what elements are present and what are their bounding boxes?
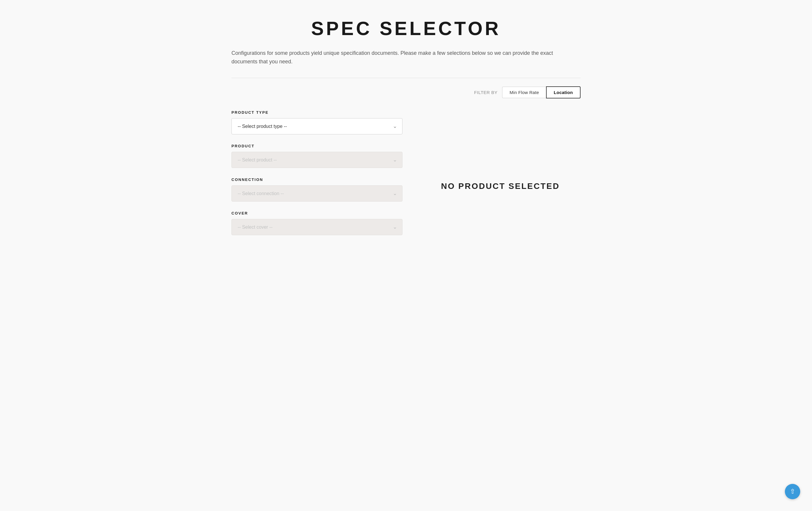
right-section: NO PRODUCT SELECTED — [420, 110, 581, 245]
filter-label: FILTER BY — [474, 90, 497, 95]
cover-wrapper: -- Select cover -- ⌄ — [231, 219, 403, 235]
page-container: SPEC SELECTOR Configurations for some pr… — [200, 0, 612, 274]
scroll-to-top-icon: ⇧ — [790, 488, 795, 495]
product-type-select[interactable]: -- Select product type -- — [231, 118, 403, 134]
product-wrapper: -- Select product -- ⌄ — [231, 152, 403, 168]
page-description: Configurations for some products yield u… — [231, 49, 556, 66]
form-section: PRODUCT TYPE -- Select product type -- ⌄… — [231, 110, 403, 245]
connection-label: CONNECTION — [231, 177, 403, 182]
scroll-to-top-button[interactable]: ⇧ — [785, 484, 800, 499]
connection-group: CONNECTION -- Select connection -- ⌄ — [231, 177, 403, 202]
cover-group: COVER -- Select cover -- ⌄ — [231, 211, 403, 235]
filter-min-flow-rate[interactable]: Min Flow Rate — [502, 87, 546, 98]
cover-select[interactable]: -- Select cover -- — [231, 219, 403, 235]
product-type-wrapper: -- Select product type -- ⌄ — [231, 118, 403, 134]
cover-label: COVER — [231, 211, 403, 215]
filter-location[interactable]: Location — [546, 86, 581, 98]
product-type-group: PRODUCT TYPE -- Select product type -- ⌄ — [231, 110, 403, 134]
filter-bar: FILTER BY Min Flow Rate Location — [231, 86, 581, 98]
connection-wrapper: -- Select connection -- ⌄ — [231, 185, 403, 202]
connection-select[interactable]: -- Select connection -- — [231, 185, 403, 202]
product-label: PRODUCT — [231, 144, 403, 148]
product-group: PRODUCT -- Select product -- ⌄ — [231, 144, 403, 168]
page-title: SPEC SELECTOR — [231, 18, 581, 39]
product-select[interactable]: -- Select product -- — [231, 152, 403, 168]
no-product-text: NO PRODUCT SELECTED — [441, 182, 560, 191]
main-layout: PRODUCT TYPE -- Select product type -- ⌄… — [231, 110, 581, 245]
product-type-label: PRODUCT TYPE — [231, 110, 403, 115]
divider — [231, 78, 581, 78]
